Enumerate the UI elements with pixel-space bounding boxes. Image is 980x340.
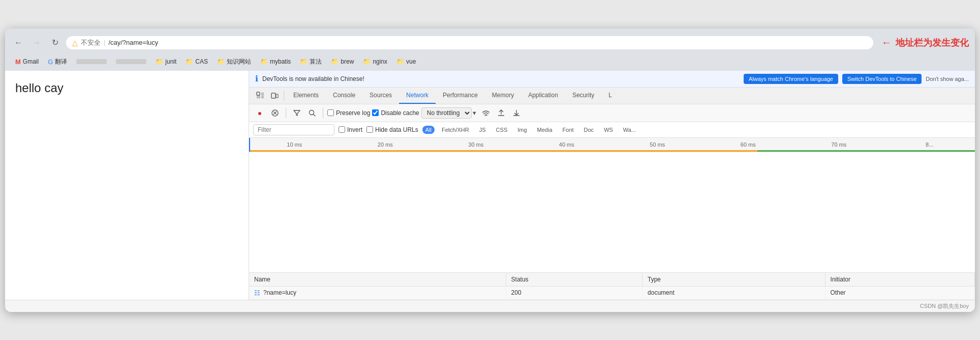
- bookmark-gmail[interactable]: M Gmail: [11, 56, 43, 67]
- col-name: Name: [249, 272, 506, 286]
- preserve-log-checkbox[interactable]: [327, 109, 334, 116]
- invert-checkbox[interactable]: [339, 126, 345, 133]
- bookmark-vue-label: vue: [406, 58, 416, 65]
- filter-type-doc[interactable]: Doc: [581, 126, 597, 134]
- bookmark-zhishi-label: 知识网站: [227, 58, 251, 66]
- row-type: document: [642, 286, 825, 299]
- preserve-log-label[interactable]: Preserve log: [327, 109, 370, 117]
- folder-icon-mybatis: 📁: [260, 58, 268, 65]
- upload-button[interactable]: [495, 106, 508, 120]
- tab-performance[interactable]: Performance: [436, 88, 485, 104]
- row-status: 200: [506, 286, 642, 299]
- filter-type-css[interactable]: CSS: [493, 126, 511, 134]
- clear-button[interactable]: [268, 106, 282, 120]
- bookmark-brew[interactable]: 📁 brew: [327, 56, 358, 67]
- translate-icon: G: [48, 58, 53, 66]
- throttle-select[interactable]: No throttling: [421, 107, 472, 119]
- row-name-cell: ☷ ?name=lucy: [249, 286, 506, 299]
- tab-elements[interactable]: Elements: [286, 88, 326, 104]
- preserve-log-text: Preserve log: [336, 109, 370, 117]
- browser-chrome: ← → ↻ △ 不安全 | /cay/?name=lucy ← 地址栏为发生变化…: [5, 29, 975, 71]
- tab-more[interactable]: L: [601, 88, 619, 104]
- url-text: /cay/?name=lucy: [108, 39, 867, 46]
- hide-data-urls-label[interactable]: Hide data URLs: [366, 126, 418, 133]
- bookmark-translate-label: 翻译: [55, 58, 67, 66]
- always-match-language-button[interactable]: Always match Chrome's language: [744, 74, 838, 84]
- content-area: hello cay ℹ DevTools is now available in…: [5, 71, 975, 300]
- info-icon: ℹ: [255, 74, 258, 83]
- row-initiator: Other: [825, 286, 974, 299]
- bookmark-brew-label: brew: [341, 58, 354, 65]
- devtools-infobar: ℹ DevTools is now available in Chinese! …: [249, 71, 975, 88]
- switch-to-chinese-button[interactable]: Switch DevTools to Chinese: [842, 74, 922, 84]
- dont-show-again-button[interactable]: Don't show aga...: [926, 76, 969, 82]
- download-button[interactable]: [510, 106, 523, 120]
- tab-application[interactable]: Application: [521, 88, 565, 104]
- tab-network[interactable]: Network: [399, 88, 436, 104]
- security-warning-icon: △: [72, 39, 78, 47]
- network-table: Name Status Type Initiator ☷ ?name=lucy: [249, 272, 975, 300]
- invert-label[interactable]: Invert: [339, 126, 362, 133]
- back-button[interactable]: ←: [11, 36, 25, 50]
- tab-memory[interactable]: Memory: [485, 88, 521, 104]
- filter-input[interactable]: [253, 124, 334, 135]
- toolbar-divider-1: [286, 108, 286, 118]
- disable-cache-text: Disable cache: [381, 109, 419, 117]
- annotation-label: 地址栏为发生变化: [896, 37, 969, 49]
- forward-button[interactable]: →: [29, 36, 44, 50]
- search-button[interactable]: [305, 106, 319, 120]
- inspect-icon[interactable]: [253, 88, 267, 104]
- filter-icon-button[interactable]: [290, 106, 303, 120]
- bottom-bar: CSDN @凯先生boy: [5, 300, 975, 312]
- bookmark-blurred-2[interactable]: [112, 58, 150, 66]
- bookmark-mybatis[interactable]: 📁 mybatis: [256, 56, 295, 67]
- bookmark-suanfa[interactable]: 📁 算法: [296, 56, 326, 68]
- disable-cache-label[interactable]: Disable cache: [372, 109, 419, 117]
- infobar-message: DevTools is now available in Chinese!: [262, 75, 740, 82]
- tab-security[interactable]: Security: [565, 88, 601, 104]
- document-icon: ☷: [254, 289, 260, 297]
- bookmark-zhishiwangzhan[interactable]: 📁 知识网站: [213, 56, 255, 68]
- filter-type-js[interactable]: JS: [476, 126, 489, 134]
- wifi-icon-button[interactable]: [479, 106, 493, 120]
- timeline-marker-80: 8...: [884, 141, 975, 148]
- red-arrow-icon: ←: [881, 37, 892, 48]
- bookmark-junit[interactable]: 📁 junit: [151, 56, 180, 67]
- filter-type-fetch-xhr[interactable]: Fetch/XHR: [439, 126, 472, 134]
- hide-data-urls-text: Hide data URLs: [375, 126, 418, 133]
- bookmark-vue[interactable]: 📁 vue: [392, 56, 420, 67]
- table-row[interactable]: ☷ ?name=lucy 200 document Other: [249, 286, 975, 299]
- tab-sources[interactable]: Sources: [362, 88, 399, 104]
- devtools-toolbar: ●: [249, 104, 975, 122]
- filter-type-media[interactable]: Media: [534, 126, 556, 134]
- filter-type-all[interactable]: All: [422, 126, 435, 134]
- device-toggle-icon[interactable]: [267, 88, 282, 104]
- col-status: Status: [506, 272, 642, 286]
- filter-type-font[interactable]: Font: [560, 126, 577, 134]
- svg-rect-0: [257, 92, 260, 95]
- toolbar-divider-2: [323, 108, 323, 118]
- hide-data-urls-checkbox[interactable]: [366, 126, 373, 133]
- bookmark-blurred-1[interactable]: [72, 58, 111, 66]
- reload-button[interactable]: ↻: [48, 36, 62, 50]
- filter-type-img[interactable]: Img: [514, 126, 530, 134]
- timeline-marker-30: 30 ms: [431, 141, 522, 148]
- timeline-green-bar: [757, 150, 975, 152]
- timeline-blue-line: [249, 138, 250, 152]
- address-bar[interactable]: △ 不安全 | /cay/?name=lucy: [66, 36, 873, 49]
- col-initiator: Initiator: [825, 272, 974, 286]
- bookmarks-bar: M Gmail G 翻译 📁 junit 📁 CAS: [11, 54, 969, 71]
- bookmark-nginx[interactable]: 📁 nginx: [359, 56, 391, 67]
- disable-cache-checkbox[interactable]: [372, 109, 379, 116]
- bookmark-translate[interactable]: G 翻译: [44, 56, 71, 68]
- folder-icon-vue: 📁: [396, 58, 404, 65]
- filter-type-ws[interactable]: WS: [601, 126, 616, 134]
- folder-icon-junit: 📁: [156, 58, 163, 65]
- bookmark-cas[interactable]: 📁 CAS: [181, 56, 212, 67]
- devtools-tabs: Elements Console Sources Network Perform…: [249, 88, 975, 104]
- filter-type-wa[interactable]: Wa...: [620, 126, 639, 134]
- record-button[interactable]: ●: [253, 106, 266, 120]
- devtools-panel: ℹ DevTools is now available in Chinese! …: [249, 71, 975, 300]
- svg-rect-2: [276, 94, 278, 98]
- tab-console[interactable]: Console: [326, 88, 362, 104]
